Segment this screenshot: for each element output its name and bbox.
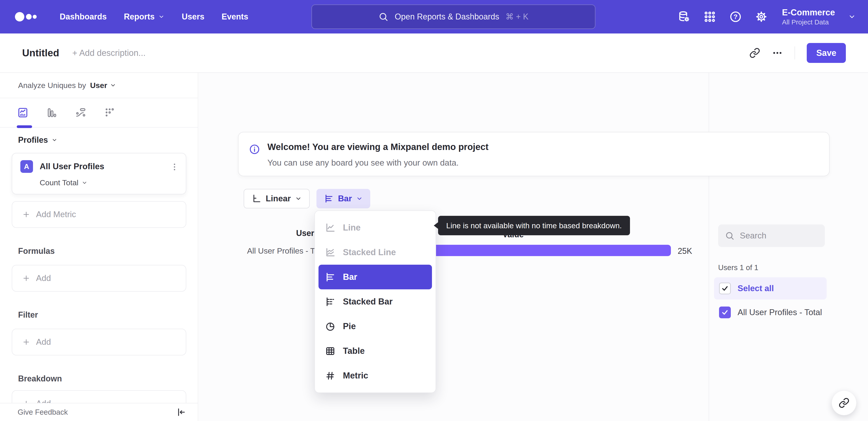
line-chart-icon	[325, 222, 336, 233]
menu-item-bar[interactable]: Bar	[318, 265, 432, 289]
header-divider	[795, 46, 795, 59]
share-link-fab[interactable]	[832, 390, 857, 415]
tab-retention-icon[interactable]	[104, 107, 115, 118]
stacked-line-chart-icon	[325, 247, 336, 258]
add-filter-button[interactable]: Add	[12, 329, 186, 356]
add-filter-label: Add	[36, 337, 51, 347]
report-title[interactable]: Untitled	[22, 47, 59, 59]
nav-reports-label: Reports	[124, 12, 155, 22]
menu-item-stacked-bar[interactable]: Stacked Bar	[318, 289, 432, 314]
info-icon	[249, 144, 260, 155]
tab-flows-icon[interactable]	[75, 107, 86, 118]
legend-count: Users 1 of 1	[718, 263, 758, 272]
nav-users[interactable]: Users	[182, 12, 204, 22]
metric-card-top: A All User Profiles	[20, 160, 178, 173]
save-button[interactable]: Save	[807, 43, 846, 63]
top-nav: Dashboards Reports Users Events Open Rep…	[0, 0, 868, 33]
formulas-section-label: Formulas	[18, 246, 198, 256]
kebab-menu-icon[interactable]	[170, 162, 179, 171]
link-icon	[839, 397, 849, 408]
menu-item-stacked-line: Stacked Line	[318, 240, 432, 265]
disabled-option-tooltip: Line is not available with no time based…	[438, 216, 630, 235]
mixpanel-report-builder: Dashboards Reports Users Events Open Rep…	[0, 0, 868, 421]
nav-events[interactable]: Events	[221, 12, 248, 22]
menu-item-metric[interactable]: Metric	[318, 363, 432, 388]
menu-item-bar-label: Bar	[343, 272, 357, 282]
project-scope: All Project Data	[782, 18, 835, 26]
settings-gear-icon[interactable]	[755, 10, 768, 23]
profiles-section-header[interactable]: Profiles	[18, 135, 198, 145]
chevron-down-icon	[52, 137, 57, 143]
select-all-checkbox[interactable]	[719, 283, 731, 294]
sidebar-footer: Give Feedback	[0, 403, 198, 421]
data-management-icon[interactable]	[678, 10, 690, 23]
menu-item-line-label: Line	[343, 223, 361, 232]
chevron-down-icon	[295, 195, 302, 202]
add-metric-button[interactable]: Add Metric	[12, 201, 186, 228]
chart-type-menu: Line Stacked Line Bar Stacked Bar	[314, 210, 436, 393]
nav-dashboards-label: Dashboards	[60, 12, 107, 22]
analyze-entity-dropdown[interactable]: User	[90, 81, 116, 90]
select-all-row[interactable]: Select all	[714, 277, 827, 300]
more-options-icon[interactable]	[772, 48, 783, 58]
banner-title: Welcome! You are viewing a Mixpanel demo…	[268, 142, 489, 152]
tab-funnels-icon[interactable]	[46, 107, 57, 118]
legend-series-label: All User Profiles - Total	[738, 308, 822, 317]
aggregation-dropdown[interactable]: Count Total	[40, 178, 178, 187]
tab-insights-icon[interactable]	[17, 107, 29, 118]
chevron-down-icon	[110, 82, 116, 88]
global-search[interactable]: Open Reports & Dashboards ⌘ + K	[311, 4, 595, 29]
collapse-sidebar-icon[interactable]	[176, 407, 186, 417]
analyze-entity-value: User	[90, 81, 107, 90]
chart-type-dropdown-button[interactable]: Bar	[316, 189, 370, 208]
filter-section-label: Filter	[18, 310, 198, 320]
breakdown-section-label: Breakdown	[18, 374, 198, 384]
analyze-label: Analyze Uniques by	[18, 81, 86, 90]
stacked-bar-chart-icon	[325, 296, 336, 307]
check-icon	[721, 309, 729, 316]
help-icon[interactable]: ?	[729, 10, 742, 23]
give-feedback-link[interactable]: Give Feedback	[18, 408, 68, 417]
nav-reports[interactable]: Reports	[124, 12, 164, 22]
search-icon	[378, 12, 388, 22]
analyze-row: Analyze Uniques by User	[0, 73, 198, 98]
top-nav-right: ? E-Commerce All Project Data	[678, 0, 856, 33]
legend-series-row[interactable]: All User Profiles - Total	[714, 302, 827, 322]
menu-item-line: Line	[318, 215, 432, 240]
series-checkbox[interactable]	[719, 307, 731, 318]
nav-dashboards[interactable]: Dashboards	[60, 12, 107, 22]
select-all-label: Select all	[738, 284, 774, 293]
project-name: E-Commerce	[782, 7, 835, 18]
add-formula-label: Add	[36, 274, 51, 283]
menu-item-table-label: Table	[343, 346, 365, 356]
active-tab-indicator	[17, 125, 32, 128]
mixpanel-logo-icon[interactable]	[14, 11, 38, 22]
svg-text:?: ?	[734, 13, 738, 20]
linear-axis-icon	[252, 194, 261, 204]
metric-letter-badge: A	[20, 160, 33, 173]
scale-dropdown-button[interactable]: Linear	[244, 189, 310, 208]
add-formula-button[interactable]: Add	[12, 265, 186, 291]
tooltip-text: Line is not available with no time based…	[446, 221, 622, 230]
add-description-field[interactable]: + Add description...	[72, 48, 146, 58]
chart-bar-value: 25K	[678, 246, 692, 256]
legend-search-input[interactable]: Search	[718, 224, 825, 247]
apps-grid-icon[interactable]	[704, 10, 716, 23]
menu-item-metric-label: Metric	[343, 371, 368, 381]
primary-nav: Dashboards Reports Users Events	[60, 12, 248, 22]
project-switcher[interactable]: E-Commerce All Project Data	[782, 7, 835, 26]
add-metric-label: Add Metric	[36, 210, 76, 219]
aggregation-value: Count Total	[40, 178, 79, 187]
legend-search-placeholder: Search	[740, 231, 766, 241]
menu-item-table[interactable]: Table	[318, 339, 432, 363]
metric-hash-icon	[325, 370, 336, 381]
chevron-down-icon[interactable]	[848, 13, 856, 21]
metric-card[interactable]: A All User Profiles Count Total	[12, 153, 186, 194]
check-icon	[721, 285, 729, 292]
search-shortcut: ⌘ + K	[506, 12, 528, 22]
menu-item-stacked-bar-label: Stacked Bar	[343, 297, 393, 307]
menu-item-pie[interactable]: Pie	[318, 314, 432, 339]
demo-banner: Welcome! You are viewing a Mixpanel demo…	[238, 132, 830, 176]
copy-link-icon[interactable]	[749, 48, 760, 58]
metric-name[interactable]: All User Profiles	[40, 162, 104, 171]
